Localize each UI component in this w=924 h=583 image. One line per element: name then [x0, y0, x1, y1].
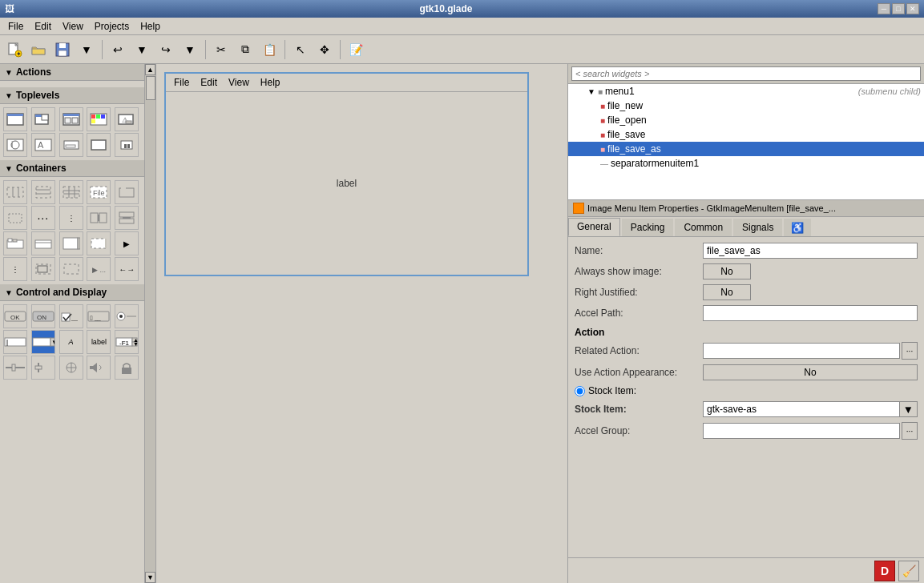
prop-btn-use-action[interactable]: No — [703, 364, 918, 380]
left-scroll-track[interactable] — [145, 75, 155, 572]
new-button[interactable]: ✦ — [3, 38, 26, 61]
tree-item-file-new[interactable]: ■ file_new — [568, 99, 924, 113]
delete-button[interactable]: D — [874, 561, 895, 581]
prop-radio-stock[interactable] — [575, 386, 585, 396]
minimize-button[interactable]: ─ — [878, 3, 890, 14]
left-scroll-down[interactable]: ▼ — [145, 572, 155, 583]
canvas-menu-help[interactable]: Help — [256, 75, 285, 90]
widget-dots3[interactable]: ⋮ — [3, 257, 27, 281]
widget-togglebtn[interactable]: ON — [31, 304, 55, 328]
prop-input-accel-group[interactable] — [703, 423, 900, 439]
canvas-menu-file[interactable]: File — [169, 75, 194, 90]
prop-btn-right-justified[interactable]: No — [703, 284, 751, 300]
widget-vpaned[interactable] — [115, 206, 139, 230]
widget-plug[interactable] — [115, 133, 139, 157]
search-input[interactable] — [571, 66, 921, 81]
copy-button[interactable]: ⧉ — [234, 38, 256, 61]
widget-eventbox[interactable] — [59, 257, 83, 281]
widget-colorsel[interactable] — [87, 107, 111, 131]
clear-button[interactable]: 🧹 — [898, 561, 919, 581]
save-button[interactable] — [51, 38, 74, 61]
save-dropdown-button[interactable]: ▼ — [75, 38, 98, 61]
widget-fixed[interactable]: File — [87, 180, 111, 204]
close-button[interactable]: ✕ — [906, 3, 919, 14]
widget-arrow[interactable]: ▶ — [115, 231, 139, 255]
widget-button[interactable]: OK — [3, 304, 27, 328]
menu-file[interactable]: File — [3, 19, 28, 34]
containers-section-header[interactable]: ▼ Containers — [0, 160, 144, 177]
prop-input-name[interactable] — [703, 243, 918, 259]
tab-accessibility[interactable]: ♿ — [784, 219, 811, 236]
widget-filesel[interactable] — [59, 107, 83, 131]
widget-viewport[interactable] — [87, 231, 111, 255]
prop-btn-always-show[interactable]: No — [703, 263, 751, 279]
widget-volume[interactable] — [87, 356, 111, 380]
widget-hbox[interactable] — [3, 180, 27, 204]
undo-dropdown-button[interactable]: ▼ — [131, 38, 153, 61]
prop-dots-related-action[interactable]: ··· — [902, 342, 918, 360]
menu-help[interactable]: Help — [135, 19, 165, 34]
menu-view[interactable]: View — [58, 19, 88, 34]
tab-common[interactable]: Common — [675, 219, 732, 236]
widget-inputdialog[interactable] — [59, 133, 83, 157]
widget-window[interactable] — [3, 107, 27, 131]
left-scroll-up[interactable]: ▲ — [145, 64, 155, 75]
widget-dots[interactable]: ··· — [31, 206, 55, 230]
widget-notebook[interactable] — [3, 231, 27, 255]
widget-selectentry[interactable]: ▼ — [31, 330, 55, 354]
widget-dialog[interactable] — [31, 107, 55, 131]
widget-checkbox[interactable]: __ — [59, 304, 83, 328]
widget-lock[interactable] — [115, 356, 139, 380]
cut-button[interactable]: ✂ — [210, 38, 232, 61]
tree-item-file-save[interactable]: ■ file_save — [568, 127, 924, 142]
actions-section-header[interactable]: ▼ Actions — [0, 64, 144, 81]
left-scroll-thumb[interactable] — [146, 76, 155, 100]
widget-radiorow[interactable] — [115, 304, 139, 328]
widget-window2[interactable] — [87, 133, 111, 157]
widget-scale[interactable] — [3, 356, 27, 380]
widget-messagedialog[interactable]: ⚠ — [115, 107, 139, 131]
pointer-button[interactable]: ↖ — [289, 38, 312, 61]
paste-button[interactable]: 📋 — [258, 38, 280, 61]
widget-label-text[interactable]: label — [87, 330, 111, 354]
redo-button[interactable]: ↪ — [155, 38, 177, 61]
toplevels-section-header[interactable]: ▼ Toplevels — [0, 87, 144, 104]
menu-projects[interactable]: Projects — [90, 19, 134, 34]
widget-scale2[interactable] — [31, 356, 55, 380]
tree-item-file-save-as[interactable]: ■ file_save_as — [568, 142, 924, 156]
prop-stock-item-dropdown[interactable]: ▼ — [899, 402, 917, 416]
tab-signals[interactable]: Signals — [733, 219, 782, 236]
widget-toolbar-cont[interactable] — [31, 231, 55, 255]
prop-dots-accel-group[interactable]: ··· — [902, 422, 918, 440]
widget-spinbtn2[interactable] — [59, 356, 83, 380]
tree-item-file-open[interactable]: ■ file_open — [568, 113, 924, 127]
widget-frame[interactable] — [115, 180, 139, 204]
redo-dropdown-button[interactable]: ▼ — [179, 38, 201, 61]
tab-general[interactable]: General — [568, 218, 620, 236]
widget-dots2[interactable]: ⋮ — [59, 206, 83, 230]
left-scrollbar[interactable]: ▲ ▼ — [144, 64, 155, 583]
properties-button[interactable]: 📝 — [345, 38, 367, 61]
widget-alignment[interactable] — [31, 257, 55, 281]
widget-expander[interactable]: ▶▶ ... — [87, 257, 111, 281]
widget-accelbutton[interactable]: ▯ __ — [87, 304, 111, 328]
undo-button[interactable]: ↩ — [107, 38, 129, 61]
widget-table[interactable] — [59, 180, 83, 204]
widget-arrowcont[interactable]: ←→ — [115, 257, 139, 281]
menu-edit[interactable]: Edit — [30, 19, 56, 34]
widget-vbox[interactable] — [31, 180, 55, 204]
canvas-menu-edit[interactable]: Edit — [196, 75, 222, 90]
prop-input-related-action[interactable] — [703, 343, 900, 359]
tree-item-separator[interactable]: — separatormenuitem1 — [568, 156, 924, 171]
tab-packing[interactable]: Packing — [622, 219, 674, 236]
prop-input-accel-path[interactable] — [703, 305, 918, 321]
move-button[interactable]: ✥ — [313, 38, 336, 61]
control-display-section-header[interactable]: ▼ Control and Display — [0, 284, 144, 301]
widget-spinbtn[interactable]: ▲▼-F1 — [115, 330, 139, 354]
tree-item[interactable]: ▼ ■ menu1 (submenu child) — [568, 84, 924, 99]
widget-aboutdialog[interactable]: i — [3, 133, 27, 157]
widget-entry[interactable] — [3, 330, 27, 354]
open-button[interactable] — [27, 38, 50, 61]
widget-fontsel[interactable]: A — [31, 133, 55, 157]
widget-hpaned[interactable] — [87, 206, 111, 230]
